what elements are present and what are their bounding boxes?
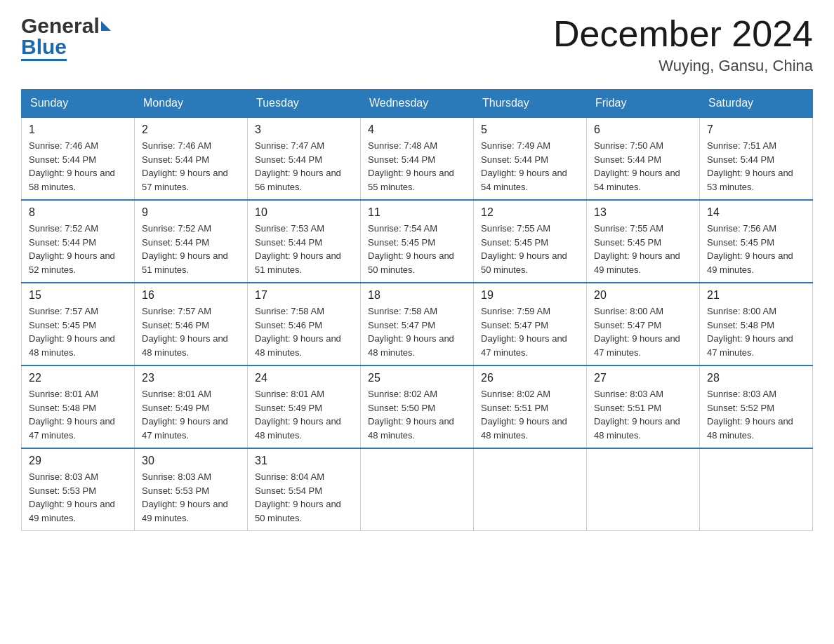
day-info: Sunrise: 8:03 AMSunset: 5:51 PMDaylight:…	[594, 387, 692, 442]
day-number: 21	[707, 289, 805, 302]
title-block: December 2024 Wuying, Gansu, China	[553, 14, 813, 75]
table-row: 13Sunrise: 7:55 AMSunset: 5:45 PMDayligh…	[587, 200, 700, 283]
table-row: 19Sunrise: 7:59 AMSunset: 5:47 PMDayligh…	[474, 283, 587, 365]
table-row	[587, 448, 700, 531]
calendar-header-row: Sunday Monday Tuesday Wednesday Thursday…	[22, 90, 813, 118]
day-number: 11	[368, 206, 466, 219]
day-number: 16	[142, 289, 240, 302]
day-number: 12	[481, 206, 579, 219]
day-number: 30	[142, 455, 240, 467]
logo-general-text: General	[21, 14, 100, 38]
calendar-week-row: 29Sunrise: 8:03 AMSunset: 5:53 PMDayligh…	[22, 448, 813, 531]
table-row: 20Sunrise: 8:00 AMSunset: 5:47 PMDayligh…	[587, 283, 700, 365]
day-info: Sunrise: 7:48 AMSunset: 5:44 PMDaylight:…	[368, 139, 466, 194]
table-row: 7Sunrise: 7:51 AMSunset: 5:44 PMDaylight…	[700, 117, 813, 200]
table-row: 4Sunrise: 7:48 AMSunset: 5:44 PMDaylight…	[361, 117, 474, 200]
page-subtitle: Wuying, Gansu, China	[553, 57, 813, 75]
day-number: 4	[368, 123, 466, 136]
day-number: 29	[29, 455, 127, 467]
table-row: 17Sunrise: 7:58 AMSunset: 5:46 PMDayligh…	[248, 283, 361, 365]
col-saturday: Saturday	[700, 90, 813, 118]
day-number: 25	[368, 372, 466, 384]
day-info: Sunrise: 8:00 AMSunset: 5:48 PMDaylight:…	[707, 304, 805, 359]
calendar-week-row: 1Sunrise: 7:46 AMSunset: 5:44 PMDaylight…	[22, 117, 813, 200]
day-number: 2	[142, 123, 240, 136]
table-row: 16Sunrise: 7:57 AMSunset: 5:46 PMDayligh…	[135, 283, 248, 365]
day-info: Sunrise: 8:04 AMSunset: 5:54 PMDaylight:…	[255, 470, 353, 525]
day-info: Sunrise: 7:59 AMSunset: 5:47 PMDaylight:…	[481, 304, 579, 359]
table-row: 6Sunrise: 7:50 AMSunset: 5:44 PMDaylight…	[587, 117, 700, 200]
col-monday: Monday	[135, 90, 248, 118]
table-row: 5Sunrise: 7:49 AMSunset: 5:44 PMDaylight…	[474, 117, 587, 200]
day-number: 26	[481, 372, 579, 384]
day-number: 13	[594, 206, 692, 219]
day-info: Sunrise: 7:54 AMSunset: 5:45 PMDaylight:…	[368, 222, 466, 276]
day-number: 6	[594, 123, 692, 136]
day-info: Sunrise: 7:56 AMSunset: 5:45 PMDaylight:…	[707, 222, 805, 276]
table-row: 2Sunrise: 7:46 AMSunset: 5:44 PMDaylight…	[135, 117, 248, 200]
table-row: 10Sunrise: 7:53 AMSunset: 5:44 PMDayligh…	[248, 200, 361, 283]
day-info: Sunrise: 7:49 AMSunset: 5:44 PMDaylight:…	[481, 139, 579, 194]
table-row: 25Sunrise: 8:02 AMSunset: 5:50 PMDayligh…	[361, 365, 474, 448]
day-info: Sunrise: 7:57 AMSunset: 5:46 PMDaylight:…	[142, 304, 240, 359]
table-row: 21Sunrise: 8:00 AMSunset: 5:48 PMDayligh…	[700, 283, 813, 365]
day-number: 8	[29, 206, 127, 219]
day-info: Sunrise: 8:03 AMSunset: 5:52 PMDaylight:…	[707, 387, 805, 442]
table-row: 30Sunrise: 8:03 AMSunset: 5:53 PMDayligh…	[135, 448, 248, 531]
day-info: Sunrise: 8:03 AMSunset: 5:53 PMDaylight:…	[142, 470, 240, 525]
table-row: 12Sunrise: 7:55 AMSunset: 5:45 PMDayligh…	[474, 200, 587, 283]
day-number: 28	[707, 372, 805, 384]
day-info: Sunrise: 8:01 AMSunset: 5:49 PMDaylight:…	[142, 387, 240, 442]
table-row: 9Sunrise: 7:52 AMSunset: 5:44 PMDaylight…	[135, 200, 248, 283]
day-number: 22	[29, 372, 127, 384]
day-info: Sunrise: 7:58 AMSunset: 5:47 PMDaylight:…	[368, 304, 466, 359]
day-number: 15	[29, 289, 127, 302]
table-row: 15Sunrise: 7:57 AMSunset: 5:45 PMDayligh…	[22, 283, 135, 365]
day-number: 20	[594, 289, 692, 302]
table-row	[361, 448, 474, 531]
day-info: Sunrise: 7:55 AMSunset: 5:45 PMDaylight:…	[481, 222, 579, 276]
table-row: 23Sunrise: 8:01 AMSunset: 5:49 PMDayligh…	[135, 365, 248, 448]
day-info: Sunrise: 8:02 AMSunset: 5:50 PMDaylight:…	[368, 387, 466, 442]
day-number: 31	[255, 455, 353, 467]
day-info: Sunrise: 8:03 AMSunset: 5:53 PMDaylight:…	[29, 470, 127, 525]
col-tuesday: Tuesday	[248, 90, 361, 118]
table-row: 29Sunrise: 8:03 AMSunset: 5:53 PMDayligh…	[22, 448, 135, 531]
table-row: 3Sunrise: 7:47 AMSunset: 5:44 PMDaylight…	[248, 117, 361, 200]
calendar-week-row: 15Sunrise: 7:57 AMSunset: 5:45 PMDayligh…	[22, 283, 813, 365]
calendar-week-row: 8Sunrise: 7:52 AMSunset: 5:44 PMDaylight…	[22, 200, 813, 283]
day-info: Sunrise: 8:01 AMSunset: 5:49 PMDaylight:…	[255, 387, 353, 442]
day-number: 24	[255, 372, 353, 384]
table-row: 18Sunrise: 7:58 AMSunset: 5:47 PMDayligh…	[361, 283, 474, 365]
day-number: 18	[368, 289, 466, 302]
table-row: 28Sunrise: 8:03 AMSunset: 5:52 PMDayligh…	[700, 365, 813, 448]
table-row	[700, 448, 813, 531]
day-info: Sunrise: 7:51 AMSunset: 5:44 PMDaylight:…	[707, 139, 805, 194]
day-info: Sunrise: 7:46 AMSunset: 5:44 PMDaylight:…	[29, 139, 127, 194]
day-info: Sunrise: 8:00 AMSunset: 5:47 PMDaylight:…	[594, 304, 692, 359]
day-number: 23	[142, 372, 240, 384]
table-row: 14Sunrise: 7:56 AMSunset: 5:45 PMDayligh…	[700, 200, 813, 283]
table-row: 22Sunrise: 8:01 AMSunset: 5:48 PMDayligh…	[22, 365, 135, 448]
table-row: 1Sunrise: 7:46 AMSunset: 5:44 PMDaylight…	[22, 117, 135, 200]
logo: General Blue	[21, 14, 111, 61]
day-number: 7	[707, 123, 805, 136]
day-number: 14	[707, 206, 805, 219]
calendar-table: Sunday Monday Tuesday Wednesday Thursday…	[21, 89, 813, 531]
col-sunday: Sunday	[22, 90, 135, 118]
page-header: General Blue December 2024 Wuying, Gansu…	[21, 14, 813, 75]
col-friday: Friday	[587, 90, 700, 118]
table-row: 27Sunrise: 8:03 AMSunset: 5:51 PMDayligh…	[587, 365, 700, 448]
day-number: 27	[594, 372, 692, 384]
table-row: 24Sunrise: 8:01 AMSunset: 5:49 PMDayligh…	[248, 365, 361, 448]
day-number: 9	[142, 206, 240, 219]
day-info: Sunrise: 7:47 AMSunset: 5:44 PMDaylight:…	[255, 139, 353, 194]
day-info: Sunrise: 7:53 AMSunset: 5:44 PMDaylight:…	[255, 222, 353, 276]
day-info: Sunrise: 8:02 AMSunset: 5:51 PMDaylight:…	[481, 387, 579, 442]
day-number: 17	[255, 289, 353, 302]
table-row: 26Sunrise: 8:02 AMSunset: 5:51 PMDayligh…	[474, 365, 587, 448]
logo-arrow-icon	[101, 21, 111, 31]
col-wednesday: Wednesday	[361, 90, 474, 118]
day-info: Sunrise: 7:46 AMSunset: 5:44 PMDaylight:…	[142, 139, 240, 194]
day-info: Sunrise: 7:52 AMSunset: 5:44 PMDaylight:…	[142, 222, 240, 276]
